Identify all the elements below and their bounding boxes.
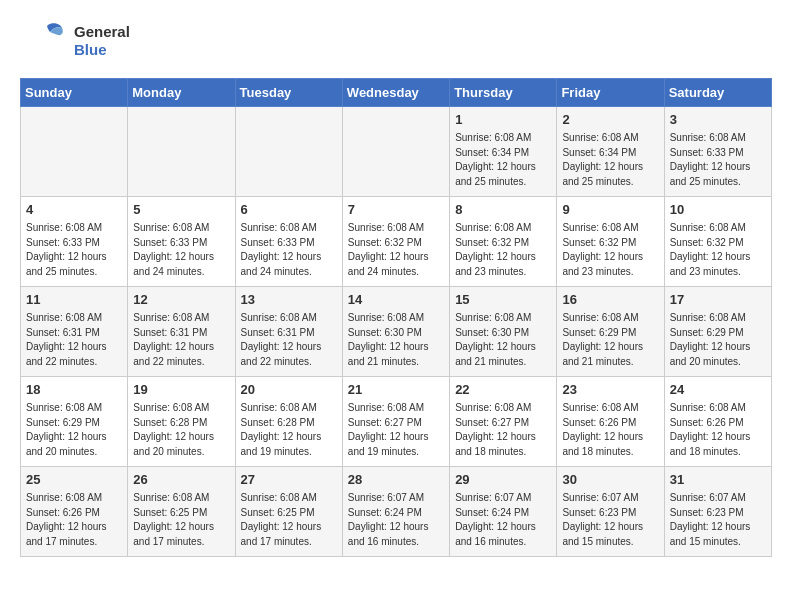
calendar-header-row: SundayMondayTuesdayWednesdayThursdayFrid… — [21, 79, 772, 107]
calendar-cell: 17Sunrise: 6:08 AM Sunset: 6:29 PM Dayli… — [664, 287, 771, 377]
day-info: Sunrise: 6:08 AM Sunset: 6:32 PM Dayligh… — [348, 221, 444, 279]
day-info: Sunrise: 6:08 AM Sunset: 6:33 PM Dayligh… — [26, 221, 122, 279]
day-info: Sunrise: 6:08 AM Sunset: 6:27 PM Dayligh… — [348, 401, 444, 459]
calendar-week-row: 4Sunrise: 6:08 AM Sunset: 6:33 PM Daylig… — [21, 197, 772, 287]
calendar-week-row: 25Sunrise: 6:08 AM Sunset: 6:26 PM Dayli… — [21, 467, 772, 557]
calendar-cell: 3Sunrise: 6:08 AM Sunset: 6:33 PM Daylig… — [664, 107, 771, 197]
logo: GeneralBlue — [20, 20, 130, 62]
day-info: Sunrise: 6:08 AM Sunset: 6:26 PM Dayligh… — [670, 401, 766, 459]
day-number: 5 — [133, 201, 229, 219]
day-number: 21 — [348, 381, 444, 399]
calendar-cell — [342, 107, 449, 197]
day-info: Sunrise: 6:08 AM Sunset: 6:34 PM Dayligh… — [455, 131, 551, 189]
calendar-cell: 22Sunrise: 6:08 AM Sunset: 6:27 PM Dayli… — [450, 377, 557, 467]
calendar-cell: 1Sunrise: 6:08 AM Sunset: 6:34 PM Daylig… — [450, 107, 557, 197]
day-number: 7 — [348, 201, 444, 219]
day-number: 11 — [26, 291, 122, 309]
day-info: Sunrise: 6:08 AM Sunset: 6:30 PM Dayligh… — [348, 311, 444, 369]
day-info: Sunrise: 6:08 AM Sunset: 6:29 PM Dayligh… — [670, 311, 766, 369]
day-info: Sunrise: 6:08 AM Sunset: 6:34 PM Dayligh… — [562, 131, 658, 189]
day-number: 28 — [348, 471, 444, 489]
day-number: 15 — [455, 291, 551, 309]
day-info: Sunrise: 6:08 AM Sunset: 6:31 PM Dayligh… — [26, 311, 122, 369]
calendar-cell — [235, 107, 342, 197]
logo-svg — [20, 20, 70, 62]
calendar-cell: 31Sunrise: 6:07 AM Sunset: 6:23 PM Dayli… — [664, 467, 771, 557]
day-number: 13 — [241, 291, 337, 309]
day-number: 23 — [562, 381, 658, 399]
calendar-cell: 11Sunrise: 6:08 AM Sunset: 6:31 PM Dayli… — [21, 287, 128, 377]
day-info: Sunrise: 6:08 AM Sunset: 6:31 PM Dayligh… — [241, 311, 337, 369]
calendar-cell: 6Sunrise: 6:08 AM Sunset: 6:33 PM Daylig… — [235, 197, 342, 287]
day-number: 12 — [133, 291, 229, 309]
calendar-cell: 28Sunrise: 6:07 AM Sunset: 6:24 PM Dayli… — [342, 467, 449, 557]
calendar-cell: 5Sunrise: 6:08 AM Sunset: 6:33 PM Daylig… — [128, 197, 235, 287]
day-number: 3 — [670, 111, 766, 129]
day-number: 6 — [241, 201, 337, 219]
day-number: 20 — [241, 381, 337, 399]
day-info: Sunrise: 6:08 AM Sunset: 6:25 PM Dayligh… — [241, 491, 337, 549]
calendar-cell: 10Sunrise: 6:08 AM Sunset: 6:32 PM Dayli… — [664, 197, 771, 287]
day-number: 17 — [670, 291, 766, 309]
day-number: 30 — [562, 471, 658, 489]
calendar-cell: 14Sunrise: 6:08 AM Sunset: 6:30 PM Dayli… — [342, 287, 449, 377]
day-info: Sunrise: 6:08 AM Sunset: 6:27 PM Dayligh… — [455, 401, 551, 459]
day-number: 10 — [670, 201, 766, 219]
calendar-cell: 8Sunrise: 6:08 AM Sunset: 6:32 PM Daylig… — [450, 197, 557, 287]
calendar-cell: 12Sunrise: 6:08 AM Sunset: 6:31 PM Dayli… — [128, 287, 235, 377]
day-number: 2 — [562, 111, 658, 129]
day-info: Sunrise: 6:07 AM Sunset: 6:23 PM Dayligh… — [562, 491, 658, 549]
day-info: Sunrise: 6:08 AM Sunset: 6:33 PM Dayligh… — [241, 221, 337, 279]
weekday-header-monday: Monday — [128, 79, 235, 107]
weekday-header-wednesday: Wednesday — [342, 79, 449, 107]
calendar-table: SundayMondayTuesdayWednesdayThursdayFrid… — [20, 78, 772, 557]
weekday-header-saturday: Saturday — [664, 79, 771, 107]
calendar-cell — [128, 107, 235, 197]
calendar-cell: 9Sunrise: 6:08 AM Sunset: 6:32 PM Daylig… — [557, 197, 664, 287]
weekday-header-friday: Friday — [557, 79, 664, 107]
day-number: 19 — [133, 381, 229, 399]
calendar-week-row: 1Sunrise: 6:08 AM Sunset: 6:34 PM Daylig… — [21, 107, 772, 197]
calendar-cell: 24Sunrise: 6:08 AM Sunset: 6:26 PM Dayli… — [664, 377, 771, 467]
day-info: Sunrise: 6:08 AM Sunset: 6:31 PM Dayligh… — [133, 311, 229, 369]
day-info: Sunrise: 6:07 AM Sunset: 6:24 PM Dayligh… — [348, 491, 444, 549]
calendar-cell: 18Sunrise: 6:08 AM Sunset: 6:29 PM Dayli… — [21, 377, 128, 467]
day-number: 18 — [26, 381, 122, 399]
day-number: 4 — [26, 201, 122, 219]
page-header: GeneralBlue — [20, 20, 772, 62]
day-info: Sunrise: 6:08 AM Sunset: 6:29 PM Dayligh… — [26, 401, 122, 459]
day-info: Sunrise: 6:08 AM Sunset: 6:30 PM Dayligh… — [455, 311, 551, 369]
day-number: 29 — [455, 471, 551, 489]
day-info: Sunrise: 6:08 AM Sunset: 6:25 PM Dayligh… — [133, 491, 229, 549]
day-number: 27 — [241, 471, 337, 489]
calendar-cell: 25Sunrise: 6:08 AM Sunset: 6:26 PM Dayli… — [21, 467, 128, 557]
calendar-cell: 4Sunrise: 6:08 AM Sunset: 6:33 PM Daylig… — [21, 197, 128, 287]
day-info: Sunrise: 6:08 AM Sunset: 6:33 PM Dayligh… — [133, 221, 229, 279]
day-info: Sunrise: 6:07 AM Sunset: 6:24 PM Dayligh… — [455, 491, 551, 549]
calendar-cell: 29Sunrise: 6:07 AM Sunset: 6:24 PM Dayli… — [450, 467, 557, 557]
day-info: Sunrise: 6:08 AM Sunset: 6:26 PM Dayligh… — [26, 491, 122, 549]
calendar-cell: 16Sunrise: 6:08 AM Sunset: 6:29 PM Dayli… — [557, 287, 664, 377]
day-info: Sunrise: 6:08 AM Sunset: 6:32 PM Dayligh… — [455, 221, 551, 279]
day-number: 9 — [562, 201, 658, 219]
logo-blue: Blue — [74, 41, 130, 59]
weekday-header-sunday: Sunday — [21, 79, 128, 107]
calendar-cell: 30Sunrise: 6:07 AM Sunset: 6:23 PM Dayli… — [557, 467, 664, 557]
day-info: Sunrise: 6:07 AM Sunset: 6:23 PM Dayligh… — [670, 491, 766, 549]
day-info: Sunrise: 6:08 AM Sunset: 6:33 PM Dayligh… — [670, 131, 766, 189]
calendar-cell: 13Sunrise: 6:08 AM Sunset: 6:31 PM Dayli… — [235, 287, 342, 377]
day-number: 14 — [348, 291, 444, 309]
day-number: 22 — [455, 381, 551, 399]
day-number: 24 — [670, 381, 766, 399]
day-number: 1 — [455, 111, 551, 129]
calendar-cell: 20Sunrise: 6:08 AM Sunset: 6:28 PM Dayli… — [235, 377, 342, 467]
calendar-cell: 2Sunrise: 6:08 AM Sunset: 6:34 PM Daylig… — [557, 107, 664, 197]
day-number: 26 — [133, 471, 229, 489]
calendar-cell — [21, 107, 128, 197]
day-info: Sunrise: 6:08 AM Sunset: 6:28 PM Dayligh… — [241, 401, 337, 459]
day-info: Sunrise: 6:08 AM Sunset: 6:29 PM Dayligh… — [562, 311, 658, 369]
calendar-week-row: 18Sunrise: 6:08 AM Sunset: 6:29 PM Dayli… — [21, 377, 772, 467]
calendar-cell: 15Sunrise: 6:08 AM Sunset: 6:30 PM Dayli… — [450, 287, 557, 377]
calendar-cell: 27Sunrise: 6:08 AM Sunset: 6:25 PM Dayli… — [235, 467, 342, 557]
weekday-header-tuesday: Tuesday — [235, 79, 342, 107]
